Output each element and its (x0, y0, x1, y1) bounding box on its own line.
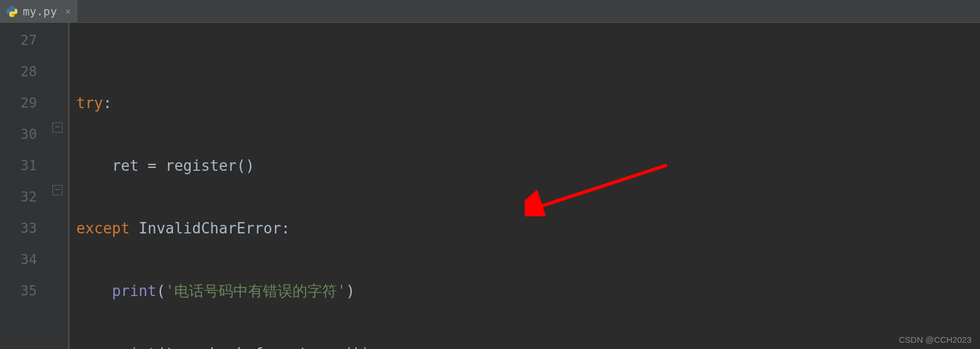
line-number: 28 (0, 56, 37, 88)
code-line: try: (76, 88, 980, 119)
python-file-icon (6, 5, 18, 18)
code-line: ret = register() (76, 150, 980, 182)
tab-bar: my.py × (0, 0, 980, 23)
line-number: 31 (0, 150, 37, 182)
watermark: CSDN @CCH2023 (899, 335, 971, 344)
editor: 27 28 29 30 31 32 33 34 35 − − try: ret … (0, 23, 980, 349)
line-number: 35 (0, 276, 37, 307)
line-number: 30 (0, 119, 37, 150)
fold-toggle-icon[interactable]: − (52, 122, 63, 133)
code-line: print('电话号码中有错误的字符') (76, 276, 980, 307)
line-number: 34 (0, 244, 37, 276)
code-line: print(traceback.format_exc()) (76, 338, 980, 349)
code-area[interactable]: try: ret = register() except InvalidChar… (69, 23, 980, 349)
code-line: except InvalidCharError: (76, 213, 980, 244)
line-number: 33 (0, 213, 37, 244)
line-number: 29 (0, 88, 37, 119)
file-tab[interactable]: my.py × (0, 0, 77, 22)
close-icon[interactable]: × (65, 5, 71, 17)
line-number-gutter: 27 28 29 30 31 32 33 34 35 (0, 23, 51, 349)
line-number: 32 (0, 182, 37, 213)
fold-gutter: − − (51, 23, 68, 349)
line-number: 27 (0, 25, 37, 56)
tab-filename: my.py (23, 5, 57, 18)
fold-toggle-icon[interactable]: − (52, 185, 63, 195)
